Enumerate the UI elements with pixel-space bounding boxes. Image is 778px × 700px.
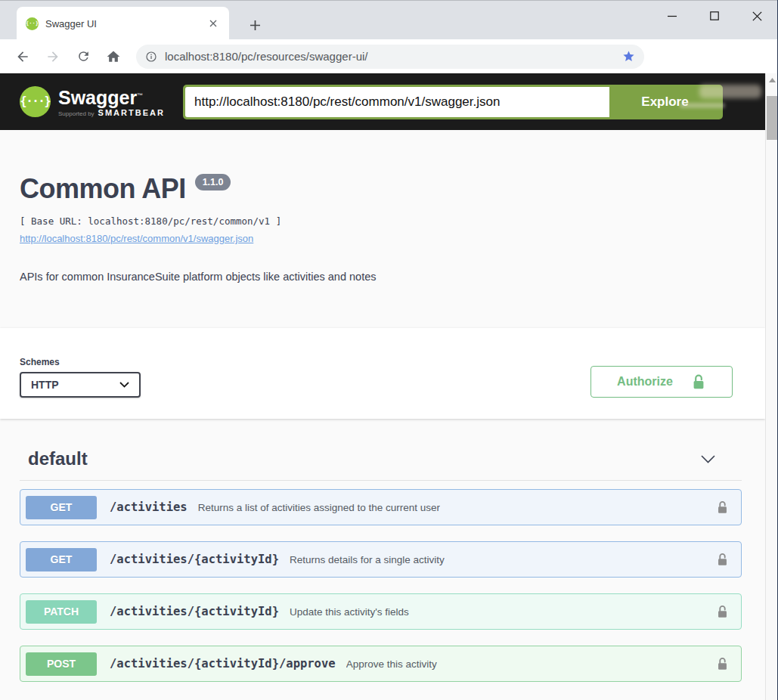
method-badge: GET bbox=[26, 548, 97, 571]
scheme-select[interactable]: HTTP bbox=[20, 372, 141, 398]
authorize-label: Authorize bbox=[617, 375, 673, 389]
reload-icon[interactable] bbox=[70, 44, 96, 70]
redacted-smudge-2 bbox=[680, 103, 725, 108]
swagger-topbar: {···} Swagger™ Supported by SMARTBEAR Ex… bbox=[0, 73, 778, 130]
section-title: default bbox=[28, 448, 88, 470]
browser-tab-swagger-ui[interactable]: {··} Swagger UI bbox=[17, 7, 229, 40]
spec-json-link[interactable]: http://localhost:8180/pc/rest/common/v1/… bbox=[20, 233, 253, 244]
home-icon[interactable] bbox=[101, 44, 126, 70]
section-header-default[interactable]: default bbox=[20, 448, 742, 470]
swagger-wordmark: Swagger™ bbox=[58, 86, 165, 107]
swagger-logo-icon: {···} bbox=[20, 86, 51, 117]
method-badge: GET bbox=[26, 496, 97, 519]
tab-strip: {··} Swagger UI bbox=[0, 0, 778, 39]
window-controls bbox=[651, 1, 778, 31]
tab-close-icon[interactable] bbox=[206, 17, 220, 30]
authorize-button[interactable]: Authorize bbox=[590, 366, 733, 398]
operation-path[interactable]: /activities/{activityId} bbox=[110, 605, 279, 618]
spec-url-group: Explore bbox=[183, 85, 723, 119]
operation-path[interactable]: /activities bbox=[110, 500, 188, 514]
api-description: APIs for common InsuranceSuite platform … bbox=[20, 271, 745, 283]
scrollbar-thumb[interactable] bbox=[767, 96, 777, 140]
page-scrollbar[interactable] bbox=[765, 73, 778, 700]
bookmark-star-icon[interactable] bbox=[622, 50, 635, 63]
lock-open-icon[interactable] bbox=[716, 552, 729, 567]
spec-url-input[interactable] bbox=[185, 87, 609, 117]
operation-row[interactable]: GET /activities Returns a list of activi… bbox=[20, 489, 742, 525]
lock-open-icon[interactable] bbox=[716, 656, 729, 671]
operations-section: default GET /activities Returns a list o… bbox=[0, 419, 765, 682]
smartbear-brand: SMARTBEAR bbox=[98, 108, 165, 117]
operation-row[interactable]: POST /activities/{activityId}/approve Ap… bbox=[20, 646, 742, 682]
schemes-block: Schemes HTTP bbox=[20, 357, 141, 398]
scrollbar-up-arrow-icon[interactable] bbox=[766, 73, 778, 86]
page-title: Common API bbox=[20, 172, 186, 205]
info-icon[interactable] bbox=[145, 51, 157, 63]
version-badge: 1.1.0 bbox=[195, 174, 231, 190]
operations-list: GET /activities Returns a list of activi… bbox=[20, 489, 742, 682]
operation-summary: Returns details for a single activity bbox=[290, 554, 445, 565]
operation-path[interactable]: /activities/{activityId} bbox=[110, 553, 279, 566]
redacted-smudge bbox=[699, 85, 761, 98]
operation-summary: Approve this activity bbox=[346, 658, 437, 670]
new-tab-button[interactable] bbox=[244, 14, 265, 36]
back-icon[interactable] bbox=[10, 44, 36, 70]
method-badge: PATCH bbox=[26, 600, 97, 624]
api-info-section: Common API 1.1.0 [ Base URL: localhost:8… bbox=[0, 130, 765, 283]
base-url-text: [ Base URL: localhost:8180/pc/rest/commo… bbox=[20, 215, 745, 227]
section-divider bbox=[20, 480, 742, 481]
scheme-selected-value: HTTP bbox=[31, 379, 59, 391]
operation-summary: Returns a list of activities assigned to… bbox=[198, 502, 440, 513]
operation-summary: Update this activity's fields bbox=[290, 606, 409, 618]
method-badge: POST bbox=[26, 652, 97, 676]
lock-open-icon[interactable] bbox=[716, 604, 729, 619]
lock-open-icon[interactable] bbox=[716, 500, 729, 515]
operation-row[interactable]: GET /activities/{activityId} Returns det… bbox=[20, 541, 742, 578]
swagger-page: Common API 1.1.0 [ Base URL: localhost:8… bbox=[0, 130, 765, 700]
unlock-icon bbox=[691, 373, 706, 390]
schemes-label: Schemes bbox=[20, 357, 141, 367]
supported-by-label: Supported by bbox=[58, 110, 95, 117]
trademark-mark: ™ bbox=[137, 92, 143, 99]
browser-toolbar: localhost:8180/pc/resources/swagger-ui/ bbox=[0, 39, 778, 73]
swagger-logo: {···} Swagger™ Supported by SMARTBEAR bbox=[20, 86, 165, 117]
url-text[interactable]: localhost:8180/pc/resources/swagger-ui/ bbox=[165, 50, 367, 63]
operation-row[interactable]: PATCH /activities/{activityId} Update th… bbox=[20, 593, 742, 630]
chevron-down-icon[interactable] bbox=[701, 455, 715, 463]
chevron-down-icon bbox=[119, 382, 129, 388]
address-bar[interactable]: localhost:8180/pc/resources/swagger-ui/ bbox=[136, 45, 644, 69]
close-window-icon[interactable] bbox=[736, 1, 778, 31]
scheme-container: Schemes HTTP Authorize bbox=[0, 328, 765, 419]
browser-window: {··} Swagger UI bbox=[0, 0, 778, 700]
forward-icon[interactable] bbox=[40, 44, 66, 70]
swagger-favicon-icon: {··} bbox=[26, 17, 39, 30]
minimize-icon[interactable] bbox=[651, 1, 693, 31]
operation-path[interactable]: /activities/{activityId}/approve bbox=[110, 657, 336, 671]
maximize-icon[interactable] bbox=[693, 1, 736, 31]
tab-title: Swagger UI bbox=[45, 18, 206, 29]
